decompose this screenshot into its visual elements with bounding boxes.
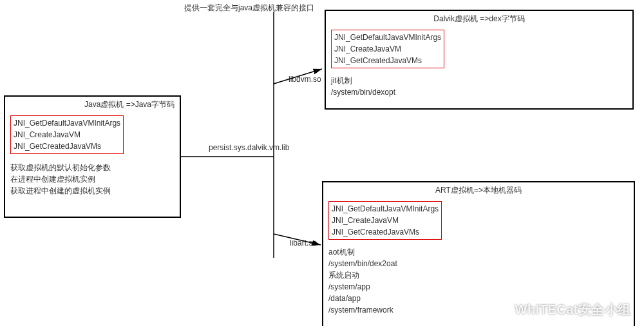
api-line: JNI_CreateJavaVM	[334, 43, 441, 55]
svg-point-5	[504, 308, 509, 314]
api-line: JNI_GetCreatedJavaVMs	[334, 55, 441, 66]
note-line: 在进程中创建虚拟机实例	[10, 173, 175, 185]
dalvik-box-title: Dalvik虚拟机 =>dex字节码	[331, 14, 627, 24]
api-line: JNI_GetCreatedJavaVMs	[14, 141, 120, 152]
edge-bottom-label: libart.so	[290, 238, 317, 248]
note-line: 获取虚拟机的默认初始化参数	[10, 162, 175, 173]
edge-top-label: libdvm.so	[289, 75, 321, 84]
api-line: JNI_CreateJavaVM	[332, 215, 439, 226]
dalvik-api-redbox: JNI_GetDefaultJavaVMInitArgs JNI_CreateJ…	[331, 30, 444, 68]
watermark: WhITECat安全小组	[497, 301, 631, 318]
api-line: JNI_GetDefaultJavaVMInitArgs	[332, 203, 439, 215]
api-line: JNI_GetDefaultJavaVMInitArgs	[14, 117, 120, 129]
java-vm-box: Java虚拟机 =>Java字节码 JNI_GetDefaultJavaVMIn…	[4, 95, 181, 218]
note-line: /system/bin/dexopt	[331, 86, 627, 98]
dalvik-notes: jit机制 /system/bin/dexopt	[331, 75, 627, 98]
edge-center-label: persist.sys.dalvik.vm.lib	[209, 143, 273, 153]
api-line: JNI_CreateJavaVM	[14, 129, 120, 141]
art-box-title: ART虚拟机=>本地机器码	[328, 185, 629, 196]
top-caption: 提供一套完全与java虚拟机兼容的接口	[184, 3, 314, 14]
watermark-text: WhITECat安全小组	[515, 301, 631, 318]
wechat-icon	[497, 303, 511, 317]
note-line: jit机制	[331, 75, 627, 86]
dalvik-vm-box: Dalvik虚拟机 =>dex字节码 JNI_GetDefaultJavaVMI…	[325, 10, 634, 110]
api-line: JNI_GetDefaultJavaVMInitArgs	[334, 32, 441, 43]
java-box-title: Java虚拟机 =>Java字节码	[10, 99, 175, 110]
java-api-redbox: JNI_GetDefaultJavaVMInitArgs JNI_CreateJ…	[10, 115, 124, 154]
note-line: 系统启动	[328, 269, 629, 281]
note-line: /system/bin/dex2oat	[328, 258, 629, 269]
note-line: 获取进程中创建的虚拟机实例	[10, 185, 175, 197]
note-line: /system/app	[328, 281, 629, 293]
java-notes: 获取虚拟机的默认初始化参数 在进程中创建虚拟机实例 获取进程中创建的虚拟机实例	[10, 162, 175, 197]
art-api-redbox: JNI_GetDefaultJavaVMInitArgs JNI_CreateJ…	[328, 201, 442, 240]
api-line: JNI_GetCreatedJavaVMs	[332, 226, 439, 238]
note-line: aot机制	[328, 246, 629, 258]
